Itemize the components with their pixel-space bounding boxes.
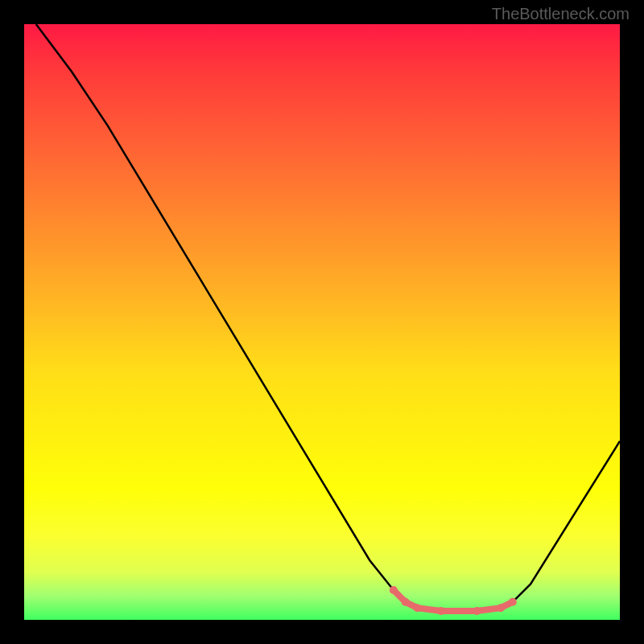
highlight-dot	[497, 604, 505, 612]
highlight-dot	[390, 586, 398, 594]
highlight-dot	[509, 598, 517, 606]
chart-svg	[24, 24, 620, 620]
optimal-range-highlight	[394, 590, 513, 611]
attribution-text: TheBottleneck.com	[492, 5, 630, 23]
highlight-dot	[473, 607, 481, 615]
highlight-dot	[402, 598, 410, 606]
chart-plot-area	[24, 24, 620, 620]
main-curve	[36, 24, 620, 611]
highlight-dot	[413, 604, 421, 612]
highlight-dot	[437, 607, 445, 615]
